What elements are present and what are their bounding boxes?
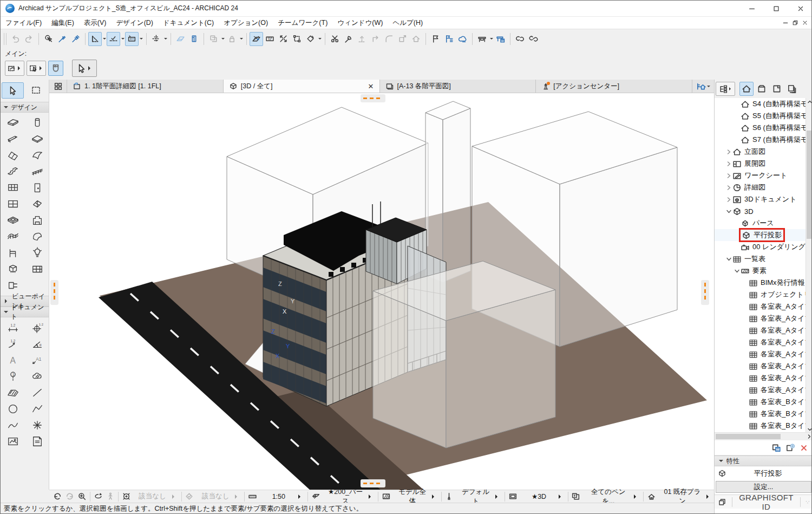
- navigator-tree-item[interactable]: 各室表_Bタイプト: [715, 420, 812, 432]
- menu-file[interactable]: ファイル(F): [1, 17, 47, 29]
- section-marker-right[interactable]: [701, 280, 709, 305]
- editing-plane-button[interactable]: [174, 32, 187, 46]
- navigator-tree-item[interactable]: 各室表_Aタイプ洗: [715, 360, 812, 372]
- roof-tool[interactable]: [2, 147, 24, 164]
- fillet-button[interactable]: [382, 32, 396, 46]
- redo-button[interactable]: [22, 32, 36, 46]
- orientation-dropdown[interactable]: 該当なし: [195, 492, 243, 501]
- navigator-tree-item[interactable]: パース: [715, 217, 812, 229]
- fill-tool[interactable]: [2, 385, 24, 401]
- tree-expander[interactable]: [741, 315, 749, 322]
- section-marker-left[interactable]: [50, 280, 58, 305]
- lock-dropdown-icon[interactable]: [239, 32, 244, 46]
- tree-expander[interactable]: [741, 422, 749, 430]
- tree-expander[interactable]: [741, 386, 749, 394]
- slab-tool[interactable]: [27, 131, 48, 147]
- undo-button[interactable]: [9, 32, 22, 46]
- grid-snap-dropdown-icon[interactable]: [163, 32, 168, 46]
- angle-dimension-tool[interactable]: [27, 336, 48, 352]
- transform-button[interactable]: [290, 32, 304, 46]
- tree-expander[interactable]: [725, 184, 732, 191]
- tab-action-center[interactable]: [アクションセンター]: [536, 80, 692, 93]
- arrow-select-tool[interactable]: [2, 82, 24, 99]
- guide-lines-button[interactable]: [88, 32, 102, 46]
- navigator-tree-item[interactable]: 3Dドキュメント: [715, 193, 812, 205]
- tree-expander[interactable]: [741, 327, 749, 334]
- niche-tool[interactable]: [2, 277, 24, 294]
- marquee-tool[interactable]: [25, 82, 47, 99]
- resize-button[interactable]: [396, 32, 409, 46]
- arrow-tool-flyout-button[interactable]: [72, 60, 97, 77]
- unlink-button[interactable]: [527, 32, 540, 46]
- tree-expander[interactable]: [733, 267, 741, 275]
- level-dimension-tool[interactable]: [27, 320, 48, 336]
- tree-expander[interactable]: [725, 148, 732, 155]
- snap-guides-dropdown-icon[interactable]: [120, 32, 125, 46]
- edit-plane-button[interactable]: [250, 32, 263, 46]
- tree-expander[interactable]: [741, 362, 749, 370]
- drawing-tool[interactable]: [27, 433, 48, 450]
- navigator-tree-item[interactable]: 各室表_Aタイプ洋: [715, 372, 812, 384]
- work-environment-button[interactable]: [475, 32, 489, 46]
- tree-expander[interactable]: [733, 112, 741, 120]
- equipment-tool[interactable]: [2, 261, 24, 277]
- grid-snap-button[interactable]: [149, 32, 163, 46]
- orientation-icon[interactable]: [184, 491, 196, 502]
- tab-floor-plan[interactable]: 1. 1階平面詳細図 [1. 1FL]: [67, 80, 224, 93]
- opening-tool[interactable]: [2, 212, 24, 229]
- view-redo-icon[interactable]: [64, 491, 76, 502]
- navigator-tree-item[interactable]: 各室表_Aタイプト: [715, 336, 812, 348]
- navigator-tree-item[interactable]: 各室表_Aタイプト: [715, 324, 812, 336]
- navigator-tree-item[interactable]: 各室表_Aタイプ洋: [715, 384, 812, 396]
- tree-expander[interactable]: [725, 207, 732, 215]
- navigator-tree-item[interactable]: S7 (自動再構築モデ: [715, 134, 812, 146]
- graphisoft-id-label[interactable]: GRAPHISOFT ID: [738, 493, 795, 511]
- cloud-sync-button[interactable]: [456, 32, 469, 46]
- tree-expander[interactable]: [741, 374, 749, 382]
- spline-tool[interactable]: [2, 417, 24, 433]
- toolbox-section-design[interactable]: デザイン: [1, 102, 49, 113]
- section-marker-top[interactable]: [361, 94, 385, 102]
- tree-expander[interactable]: [725, 160, 732, 167]
- task-list-button[interactable]: [442, 32, 456, 46]
- copy-dropdown-icon[interactable]: [220, 32, 225, 46]
- navigator-tree-item[interactable]: S6 (自動再構築モデ: [715, 122, 812, 134]
- furniture-tool[interactable]: [2, 245, 24, 261]
- navigator-tree-item[interactable]: S5 (自動再構築モデ: [715, 110, 812, 122]
- menu-window[interactable]: ウィンドウ(W): [332, 17, 388, 29]
- guide-lines-dropdown-icon[interactable]: [102, 32, 107, 46]
- beam-tool[interactable]: [2, 131, 24, 147]
- close-tab-icon[interactable]: ✕: [368, 82, 374, 90]
- column-tool[interactable]: [27, 115, 48, 131]
- tree-expander[interactable]: [733, 100, 741, 108]
- door-tool[interactable]: [27, 180, 48, 196]
- work-environment-list-button[interactable]: [494, 32, 507, 46]
- copy-button[interactable]: [207, 32, 220, 46]
- tree-expander[interactable]: [725, 172, 732, 179]
- navigator-tree-item[interactable]: 3D: [715, 205, 812, 217]
- label-tool[interactable]: [27, 352, 48, 368]
- tree-expander[interactable]: [741, 303, 749, 310]
- tree-expander[interactable]: [733, 231, 741, 239]
- marquee-selection-tool-button[interactable]: [5, 61, 24, 76]
- menu-options[interactable]: オプション(O): [219, 17, 273, 29]
- tree-expander[interactable]: [741, 291, 749, 298]
- explore-walk-icon[interactable]: [104, 491, 116, 502]
- navigator-tree-item[interactable]: 要素: [715, 265, 812, 277]
- measure-button[interactable]: [263, 32, 277, 46]
- close-button[interactable]: [788, 1, 812, 16]
- layout-book-button[interactable]: [770, 82, 784, 96]
- project-chooser-button[interactable]: [716, 82, 735, 96]
- coordinate-input-button[interactable]: [125, 32, 139, 46]
- zoom-preset-dropdown[interactable]: 該当なし: [133, 492, 180, 501]
- menu-view[interactable]: 表示(V): [79, 17, 112, 29]
- radial-dimension-tool[interactable]: [2, 336, 24, 352]
- model-view-options-dropdown[interactable]: ★3D: [519, 492, 566, 500]
- find-select-button[interactable]: [42, 32, 55, 46]
- add-view-icon[interactable]: [785, 443, 795, 453]
- object-tool[interactable]: [27, 212, 48, 229]
- navigator-tree-item[interactable]: 各室表_AタイプLD: [715, 313, 812, 324]
- tree-vertical-scrollbar[interactable]: [806, 98, 812, 433]
- navigator-tree-item[interactable]: 展開図: [715, 158, 812, 170]
- tab-3d-all[interactable]: [3D / 全て] ✕: [224, 80, 380, 93]
